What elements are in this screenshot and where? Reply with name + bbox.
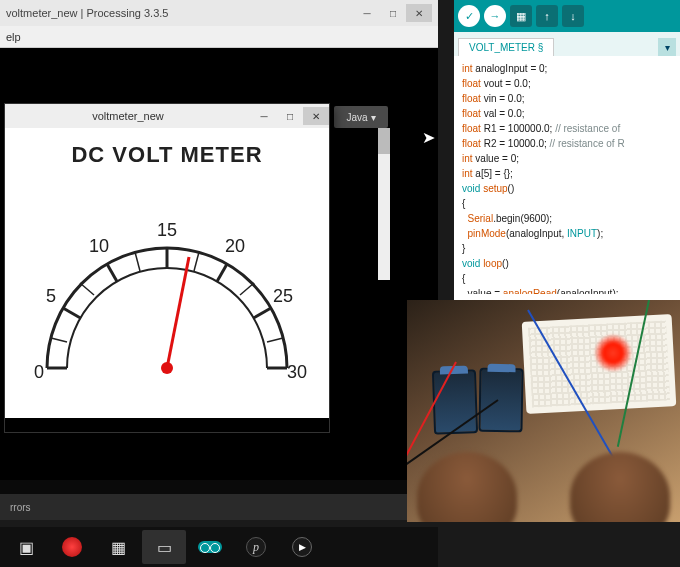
sketch-close-button[interactable] bbox=[303, 107, 329, 125]
save-sketch-button[interactable]: ↓ bbox=[562, 5, 584, 27]
gauge-label-15: 15 bbox=[157, 220, 177, 240]
errors-panel-tab[interactable]: rrors bbox=[0, 494, 438, 520]
gauge-needle bbox=[167, 257, 189, 368]
sketch-titlebar[interactable]: voltmeter_new bbox=[5, 104, 329, 128]
upload-button[interactable]: → bbox=[484, 5, 506, 27]
sketch-tab[interactable]: VOLT_METER § bbox=[458, 38, 554, 56]
battery-1 bbox=[432, 369, 478, 434]
sketch-window: voltmeter_new DC VOLT METER bbox=[4, 103, 330, 433]
close-button[interactable] bbox=[406, 4, 432, 22]
led-indicator bbox=[594, 334, 632, 372]
gauge-ticks bbox=[47, 248, 287, 368]
editor-scrollbar[interactable] bbox=[378, 128, 390, 280]
mode-selector[interactable]: Java bbox=[334, 106, 388, 128]
tab-menu-arrow-icon[interactable]: ▾ bbox=[658, 38, 676, 56]
svg-line-4 bbox=[217, 264, 227, 281]
svg-line-5 bbox=[254, 308, 271, 318]
processing-window: Creations voltmeter_new | Processing 3.3… bbox=[0, 0, 438, 520]
taskbar-item-files[interactable]: ▦ bbox=[96, 530, 140, 564]
arduino-window: ✓ → ▦ ↑ ↓ VOLT_METER § ▾ int analogInput… bbox=[454, 0, 680, 300]
verify-button[interactable]: ✓ bbox=[458, 5, 480, 27]
taskbar-item-app1[interactable]: ▣ bbox=[4, 530, 48, 564]
camera-feed bbox=[407, 300, 680, 522]
taskbar-item-media[interactable]: ▶ bbox=[280, 530, 324, 564]
windows-taskbar: ▣ ▦ ▭ p ▶ bbox=[0, 527, 438, 567]
hand-left bbox=[417, 452, 517, 522]
svg-line-11 bbox=[240, 283, 254, 295]
menu-help[interactable]: elp bbox=[6, 31, 21, 43]
arduino-code-editor[interactable]: int analogInput = 0; float vout = 0.0; f… bbox=[454, 56, 680, 294]
sketch-title: voltmeter_new bbox=[5, 110, 251, 122]
svg-line-1 bbox=[63, 308, 80, 318]
svg-line-7 bbox=[51, 338, 67, 342]
svg-line-2 bbox=[107, 264, 117, 281]
arduino-icon bbox=[198, 541, 222, 553]
processing-editor-stage: Java voltmeter_new DC VOLT METER bbox=[0, 48, 438, 480]
gauge: 0 5 10 15 20 25 30 bbox=[17, 178, 317, 398]
svg-line-9 bbox=[135, 252, 140, 271]
processing-title: voltmeter_new | Processing 3.3.5 bbox=[6, 7, 354, 19]
svg-line-8 bbox=[80, 283, 94, 295]
processing-menubar[interactable]: elp bbox=[0, 26, 438, 48]
open-sketch-button[interactable]: ↑ bbox=[536, 5, 558, 27]
gauge-arc-inner bbox=[67, 268, 267, 368]
taskbar-item-processing[interactable]: p bbox=[234, 530, 278, 564]
meter-title: DC VOLT METER bbox=[5, 128, 329, 168]
taskbar-item-video[interactable]: ▭ bbox=[142, 530, 186, 564]
arduino-toolbar: ✓ → ▦ ↑ ↓ bbox=[454, 0, 680, 32]
gauge-label-10: 10 bbox=[89, 236, 109, 256]
gauge-label-5: 5 bbox=[46, 286, 56, 306]
voltmeter-canvas: DC VOLT METER bbox=[5, 128, 329, 418]
sketch-maximize-button[interactable] bbox=[277, 107, 303, 125]
gauge-label-25: 25 bbox=[273, 286, 293, 306]
hand-right bbox=[570, 452, 670, 522]
minimize-button[interactable] bbox=[354, 4, 380, 22]
arduino-tabbar: VOLT_METER § ▾ bbox=[454, 32, 680, 56]
battery-2 bbox=[478, 368, 523, 433]
new-sketch-button[interactable]: ▦ bbox=[510, 5, 532, 27]
opera-icon bbox=[62, 537, 82, 557]
gauge-label-20: 20 bbox=[225, 236, 245, 256]
errors-label: rrors bbox=[10, 502, 31, 513]
taskbar-item-arduino[interactable] bbox=[188, 530, 232, 564]
scrollbar-thumb[interactable] bbox=[378, 128, 390, 154]
sketch-minimize-button[interactable] bbox=[251, 107, 277, 125]
svg-line-10 bbox=[194, 252, 199, 271]
gauge-label-0: 0 bbox=[34, 362, 44, 382]
processing-titlebar[interactable]: voltmeter_new | Processing 3.3.5 bbox=[0, 0, 438, 26]
maximize-button[interactable] bbox=[380, 4, 406, 22]
gauge-label-30: 30 bbox=[287, 362, 307, 382]
processing-icon: p bbox=[246, 537, 266, 557]
taskbar-item-opera[interactable] bbox=[50, 530, 94, 564]
gauge-hub bbox=[161, 362, 173, 374]
svg-line-12 bbox=[267, 338, 283, 342]
play-icon: ▶ bbox=[292, 537, 312, 557]
